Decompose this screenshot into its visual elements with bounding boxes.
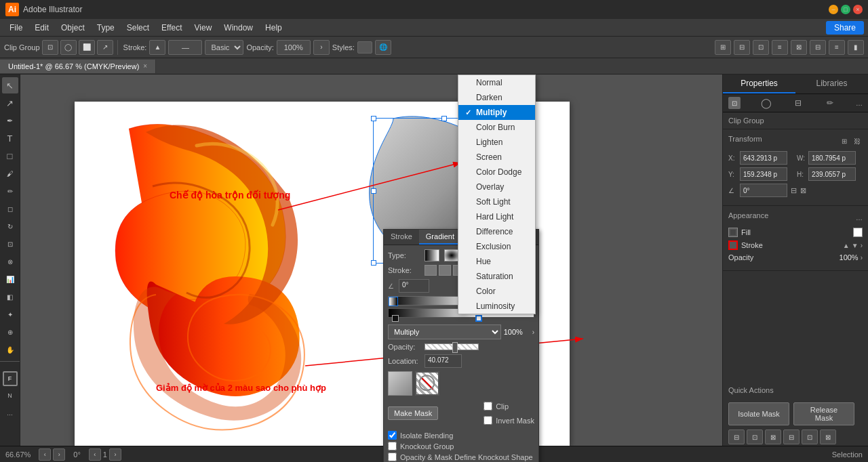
gradient-stop-left[interactable] <box>392 315 399 322</box>
align-top-btn[interactable]: ⊟ <box>783 429 800 444</box>
direct-selection-tool[interactable]: ↗ <box>2 95 18 111</box>
blend-multiply[interactable]: ✓ Multiply <box>458 105 535 120</box>
zoom-tool[interactable]: ⊕ <box>2 324 18 340</box>
prev-page-btn[interactable]: ‹ <box>89 448 101 461</box>
fill-stroke-widget[interactable]: F <box>3 371 18 386</box>
stroke-expand-icon[interactable]: › <box>861 242 863 249</box>
blend-difference[interactable]: Difference <box>458 224 535 239</box>
opacity-value[interactable]: 100% <box>277 40 311 55</box>
pencil-tool[interactable]: ✏ <box>2 183 18 199</box>
view-btn7[interactable]: ≡ <box>829 40 845 55</box>
menu-help[interactable]: Help <box>260 21 288 35</box>
window-controls[interactable]: – □ × <box>829 5 863 14</box>
gradient-tool[interactable]: ◧ <box>2 289 18 305</box>
type-tool[interactable]: T <box>2 130 18 146</box>
blend-exclusion[interactable]: Exclusion <box>458 239 535 254</box>
chart-tool[interactable]: 📊 <box>2 271 18 287</box>
isolate-mask-button[interactable]: Isolate Mask <box>728 402 789 425</box>
panel-icon-3[interactable]: ⊟ <box>792 97 804 109</box>
more-tools-btn[interactable]: … <box>2 405 18 421</box>
release-mask-button[interactable]: Release Mask <box>793 402 854 425</box>
selection-tool[interactable]: ↖ <box>2 77 18 93</box>
rotate-tool[interactable]: ↻ <box>2 218 18 234</box>
menu-type[interactable]: Type <box>92 21 120 35</box>
more-options-icon[interactable]: … <box>856 100 863 107</box>
blend-overlay[interactable]: Overlay <box>458 180 535 194</box>
gradient-no-mask[interactable] <box>415 371 439 396</box>
opacity-slider-thumb[interactable] <box>452 342 458 353</box>
angle-flip-icon[interactable]: ⊠ <box>800 186 806 195</box>
zoom-out-btn[interactable]: ‹ <box>39 448 51 461</box>
x-input[interactable] <box>740 151 787 165</box>
blend-colordodge[interactable]: Color Dodge <box>458 165 535 180</box>
w-input[interactable] <box>808 151 856 165</box>
panel-icon-2[interactable]: ◯ <box>760 97 772 109</box>
opacity-mask-checkbox[interactable] <box>388 453 397 461</box>
align-right-btn[interactable]: ⊠ <box>765 429 781 444</box>
gradient-swatch-preview[interactable] <box>388 371 412 396</box>
stroke-up-btn[interactable]: ▲ <box>149 40 165 55</box>
clip-group-btn1[interactable]: ⊡ <box>42 40 58 55</box>
isolate-blending-checkbox[interactable] <box>388 431 397 440</box>
blend-lighten[interactable]: Lighten <box>458 135 535 150</box>
align-center-btn[interactable]: ⊡ <box>747 429 763 444</box>
tab-close-icon[interactable]: × <box>143 62 147 70</box>
blend-hardlight[interactable]: Hard Light <box>458 209 535 224</box>
blend-colorburn[interactable]: Color Burn <box>458 120 535 135</box>
menu-file[interactable]: File <box>4 21 28 35</box>
angle-input[interactable] <box>740 184 787 197</box>
gradient-stop-selected[interactable] <box>475 315 482 322</box>
hand-tool[interactable]: ✋ <box>2 341 18 358</box>
view-btn5[interactable]: ⊠ <box>791 40 807 55</box>
stroke-up-icon[interactable]: ▲ <box>843 242 850 249</box>
share-button[interactable]: Share <box>826 21 864 35</box>
stroke-style-1[interactable] <box>425 265 437 276</box>
document-tab[interactable]: Untitled-1* @ 66.67 % (CMYK/Preview) × <box>0 60 156 73</box>
stroke-tab[interactable]: Stroke <box>384 230 419 245</box>
view-btn8[interactable]: ▮ <box>848 40 864 55</box>
fill-color-swatch[interactable] <box>853 228 863 237</box>
opacity-more-btn[interactable]: › <box>313 40 330 55</box>
panel-icon-4[interactable]: ✏ <box>824 97 836 109</box>
eraser-tool[interactable]: ◻ <box>2 201 18 217</box>
view-btn6[interactable]: ⊟ <box>810 40 826 55</box>
panel-icon-1[interactable]: ⊡ <box>728 97 741 109</box>
stroke-style-select[interactable]: Basic <box>205 40 243 55</box>
clip-group-btn2[interactable]: ◯ <box>60 40 77 55</box>
zoom-in-btn[interactable]: › <box>53 448 65 461</box>
eyedropper-tool[interactable]: ✦ <box>2 306 18 322</box>
stroke-value[interactable]: — <box>168 40 202 55</box>
blend-softlight[interactable]: Soft Light <box>458 194 535 209</box>
blend-luminosity[interactable]: Luminosity <box>458 299 535 314</box>
blend-saturation[interactable]: Saturation <box>458 269 535 284</box>
transform-link-icon[interactable]: ⛓ <box>852 135 863 146</box>
next-page-btn[interactable]: › <box>109 448 121 461</box>
menu-object[interactable]: Object <box>56 21 90 35</box>
menu-effect[interactable]: Effect <box>156 21 187 35</box>
menu-window[interactable]: Window <box>218 21 258 35</box>
minimize-button[interactable]: – <box>829 5 838 14</box>
stroke-down-icon[interactable]: ▼ <box>852 242 859 249</box>
knockout-group-checkbox[interactable] <box>388 442 397 450</box>
appearance-more-icon[interactable]: … <box>856 214 863 222</box>
normal-mode-btn[interactable]: N <box>2 387 18 404</box>
transform-grid-icon[interactable]: ⊞ <box>839 135 850 146</box>
blend-hue[interactable]: Hue <box>458 254 535 269</box>
align-middle-btn[interactable]: ⊡ <box>802 429 818 444</box>
gradient-type-swatch2[interactable] <box>444 249 459 261</box>
view-btn4[interactable]: ≡ <box>772 40 788 55</box>
shape-tool[interactable]: □ <box>2 148 18 164</box>
fill-checkbox-area[interactable] <box>728 228 738 237</box>
view-btn3[interactable]: ⊡ <box>753 40 769 55</box>
opacity-slider[interactable] <box>425 343 479 350</box>
make-mask-button[interactable]: Make Mask <box>388 406 438 420</box>
invert-mask-checkbox[interactable] <box>484 416 492 425</box>
view-btn1[interactable]: ⊞ <box>715 40 731 55</box>
blend-color[interactable]: Color <box>458 284 535 299</box>
opacity-expand-icon[interactable]: › <box>861 254 863 261</box>
gradient-type-swatch1[interactable] <box>425 249 439 261</box>
close-button[interactable]: × <box>853 5 863 14</box>
blend-normal[interactable]: Normal <box>458 75 535 90</box>
blend-tool[interactable]: ⊗ <box>2 253 18 270</box>
clip-group-btn3[interactable]: ⬜ <box>79 40 95 55</box>
